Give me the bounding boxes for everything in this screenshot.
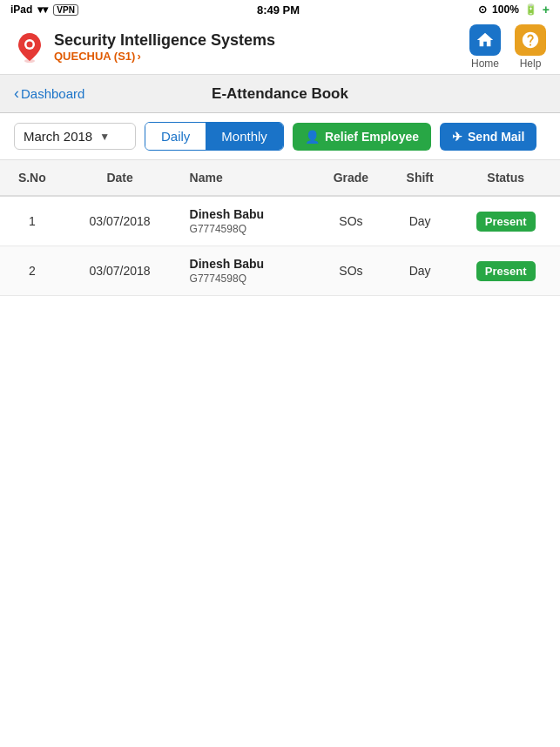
nav-bar: ‹ Dashboard E-Attendance Book xyxy=(0,75,560,113)
status-ipad-label: iPad xyxy=(10,3,32,16)
status-bar-left: iPad ▾▾ VPN xyxy=(10,3,78,16)
app-header: Security Intelligence Systems QUECHUA (S… xyxy=(0,19,560,75)
charging-icon: + xyxy=(543,3,550,17)
subtitle-text: QUECHUA (S1) xyxy=(54,50,135,63)
cell-sno: 1 xyxy=(0,196,64,246)
home-icon xyxy=(469,24,501,56)
status-bar: iPad ▾▾ VPN 8:49 PM ⊙ 100% 🔋 + xyxy=(0,0,560,19)
col-name: Name xyxy=(176,160,314,196)
page-title: E-Attendance Book xyxy=(101,85,459,103)
dropdown-arrow-icon: ▼ xyxy=(99,131,110,143)
cell-date: 03/07/2018 xyxy=(64,246,176,296)
col-status: Status xyxy=(451,160,560,196)
location-icon: ⊙ xyxy=(478,3,487,16)
employee-id: G7774598Q xyxy=(190,223,305,235)
help-label: Help xyxy=(520,57,542,70)
svg-point-2 xyxy=(27,41,33,47)
cell-name: Dinesh Babu G7774598Q xyxy=(176,196,314,246)
send-mail-label: Send Mail xyxy=(468,130,524,144)
table-header-row: S.No Date Name Grade Shift Status xyxy=(0,160,560,196)
relief-employee-label: Relief Employee xyxy=(325,130,419,144)
table-header: S.No Date Name Grade Shift Status xyxy=(0,160,560,196)
employee-name: Dinesh Babu xyxy=(190,207,305,221)
app-title-block: Security Intelligence Systems QUECHUA (S… xyxy=(54,31,275,63)
employee-id: G7774598Q xyxy=(190,273,305,285)
app-logo-icon xyxy=(14,31,45,63)
home-label: Home xyxy=(471,57,499,70)
cell-name: Dinesh Babu G7774598Q xyxy=(176,246,314,296)
table-body: 1 03/07/2018 Dinesh Babu G7774598Q SOs D… xyxy=(0,196,560,296)
send-mail-icon: ✈ xyxy=(452,130,462,144)
app-header-left: Security Intelligence Systems QUECHUA (S… xyxy=(14,31,275,63)
col-sno: S.No xyxy=(0,160,64,196)
cell-shift: Day xyxy=(388,196,452,246)
help-icon xyxy=(515,24,546,56)
daily-toggle-button[interactable]: Daily xyxy=(145,123,206,150)
col-grade: Grade xyxy=(314,160,388,196)
status-time: 8:49 PM xyxy=(257,3,300,17)
cell-sno: 2 xyxy=(0,246,64,296)
attendance-table: S.No Date Name Grade Shift Status 1 03/0… xyxy=(0,160,560,296)
col-date: Date xyxy=(64,160,176,196)
toolbar: March 2018 ▼ Daily Monthly 👤 Relief Empl… xyxy=(0,113,560,160)
status-wifi-icon: ▾▾ xyxy=(37,3,48,16)
status-badge: Present xyxy=(476,261,536,281)
battery-icon: 🔋 xyxy=(524,3,537,16)
app-subtitle[interactable]: QUECHUA (S1) › xyxy=(54,50,275,63)
cell-grade: SOs xyxy=(314,196,388,246)
subtitle-chevron: › xyxy=(137,50,140,63)
back-label: Dashboard xyxy=(21,86,84,101)
app-title: Security Intelligence Systems xyxy=(54,31,275,50)
status-bar-right: ⊙ 100% 🔋 + xyxy=(478,3,550,17)
cell-grade: SOs xyxy=(314,246,388,296)
home-nav-item[interactable]: Home xyxy=(469,24,501,70)
view-toggle-group: Daily Monthly xyxy=(145,122,284,151)
col-shift: Shift xyxy=(388,160,452,196)
relief-employee-icon: 👤 xyxy=(305,130,320,144)
app-header-right: Home Help xyxy=(469,24,546,70)
cell-status: Present xyxy=(451,246,560,296)
table-row: 1 03/07/2018 Dinesh Babu G7774598Q SOs D… xyxy=(0,196,560,246)
back-button[interactable]: ‹ Dashboard xyxy=(14,84,101,103)
monthly-toggle-button[interactable]: Monthly xyxy=(206,123,283,150)
status-vpn-badge: VPN xyxy=(53,4,78,16)
status-badge: Present xyxy=(476,212,536,232)
date-value: March 2018 xyxy=(24,129,92,144)
employee-name: Dinesh Babu xyxy=(190,257,305,271)
battery-label: 100% xyxy=(492,3,519,16)
back-chevron-icon: ‹ xyxy=(14,84,19,103)
table-row: 2 03/07/2018 Dinesh Babu G7774598Q SOs D… xyxy=(0,246,560,296)
cell-status: Present xyxy=(451,196,560,246)
cell-shift: Day xyxy=(388,246,452,296)
cell-date: 03/07/2018 xyxy=(64,196,176,246)
relief-employee-button[interactable]: 👤 Relief Employee xyxy=(293,123,431,151)
help-nav-item[interactable]: Help xyxy=(515,24,546,70)
attendance-table-wrapper: S.No Date Name Grade Shift Status 1 03/0… xyxy=(0,160,560,296)
send-mail-button[interactable]: ✈ Send Mail xyxy=(440,123,536,151)
date-dropdown[interactable]: March 2018 ▼ xyxy=(14,123,136,150)
